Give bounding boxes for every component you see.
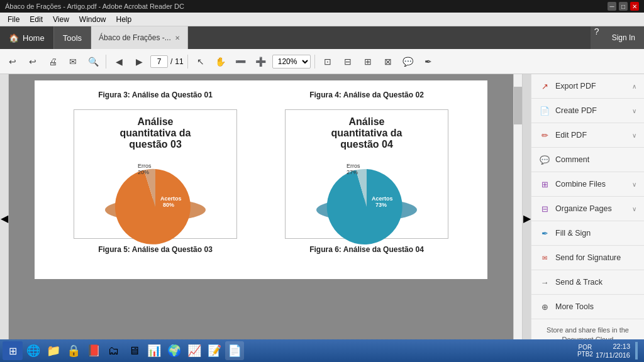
fit-width-button[interactable]: ⊟: [339, 53, 357, 70]
more-tools-item[interactable]: ⊕ More Tools: [531, 295, 644, 319]
export-pdf-item[interactable]: ↗ Export PDF ∧: [531, 74, 644, 98]
show-desktop-button[interactable]: [635, 342, 638, 359]
right-panel-toggle[interactable]: ▶: [522, 74, 531, 362]
left-panel-toggle[interactable]: ◀: [0, 74, 9, 362]
fill-sign-item[interactable]: ✒ Fill & Sign: [531, 221, 644, 245]
maximize-button[interactable]: □: [619, 2, 628, 11]
menu-file[interactable]: File: [3, 14, 25, 25]
prev-view-button[interactable]: ↩: [4, 53, 21, 70]
search-button[interactable]: 🔍: [84, 53, 102, 70]
page-total: 11: [175, 57, 183, 66]
title-bar: Ábaco de Frações - Artigo.pdf - Adobe Ac…: [0, 0, 644, 13]
home-label: Home: [23, 33, 45, 43]
taskbar-explorer[interactable]: 📁: [44, 341, 63, 360]
pdf-page: Figura 3: Análise da Questão 01 Figura 4…: [35, 80, 487, 279]
taskbar-app6[interactable]: 🖥: [125, 341, 143, 360]
scrollbar[interactable]: [513, 74, 522, 362]
hand-tool-button[interactable]: ✋: [212, 53, 230, 70]
taskbar-app4[interactable]: 📕: [84, 341, 103, 360]
rotate-button[interactable]: ⊞: [359, 53, 377, 70]
page-number-input[interactable]: [150, 55, 168, 68]
taskbar-ie[interactable]: 🌐: [24, 341, 43, 360]
svg-text:Erros: Erros: [347, 163, 360, 169]
comment-item[interactable]: 💬 Comment: [531, 148, 644, 172]
send-signature-label: Send for Signature: [555, 253, 636, 262]
document-tab[interactable]: Ábaco de Frações -... ✕: [91, 26, 188, 49]
fill-sign-section: ✒ Fill & Sign: [531, 221, 644, 246]
page-navigation: / 11: [150, 55, 184, 68]
help-icon[interactable]: ?: [591, 26, 603, 49]
more-tools-icon: ⊕: [539, 301, 550, 312]
fill-sign-icon: ✒: [539, 228, 550, 239]
home-nav[interactable]: 🏠 Home: [0, 26, 54, 49]
taskbar-lang: POR PTB2: [577, 344, 593, 358]
taskbar-app5[interactable]: 🗂: [104, 341, 123, 360]
scroll-thumb[interactable]: [514, 87, 523, 124]
create-pdf-section: 📄 Create PDF ∨: [531, 99, 644, 123]
figure-row: Análisequantitativa daquestão 03: [50, 109, 472, 239]
sign-in-button[interactable]: Sign In: [603, 26, 644, 49]
next-page-button[interactable]: ▶: [130, 53, 148, 70]
taskbar-app7[interactable]: 📊: [145, 341, 164, 360]
prev-page-button[interactable]: ◀: [110, 53, 128, 70]
combine-files-item[interactable]: ⊞ Combine Files ∨: [531, 172, 644, 196]
organize-pages-item[interactable]: ⊟ Organize Pages ∨: [531, 197, 644, 221]
fit-page-button[interactable]: ⊡: [319, 53, 336, 70]
send-track-label: Send & Track: [555, 278, 636, 287]
menu-view[interactable]: View: [48, 14, 74, 25]
select-tool-button[interactable]: ↖: [192, 53, 209, 70]
figure5-caption: Figura 5: Análise da Questão 03: [98, 245, 213, 254]
minimize-button[interactable]: ─: [608, 2, 616, 11]
zoom-select[interactable]: 120% 100% 75% 150%: [272, 55, 311, 69]
pie-chart-03: Erros 20% Acertos 80%: [92, 156, 218, 232]
menu-window[interactable]: Window: [74, 14, 111, 25]
taskbar-app9[interactable]: 📈: [185, 341, 204, 360]
fill-sign-label: Fill & Sign: [555, 229, 636, 238]
menu-help[interactable]: Help: [111, 14, 137, 25]
edit-pdf-item[interactable]: ✏ Edit PDF ∨: [531, 123, 644, 147]
email-button[interactable]: ✉: [64, 53, 82, 70]
combine-files-label: Combine Files: [555, 180, 627, 189]
clock: 22:13: [596, 342, 630, 351]
export-pdf-icon: ↗: [539, 80, 550, 92]
form-button[interactable]: ⊠: [379, 53, 397, 70]
create-pdf-item[interactable]: 📄 Create PDF ∨: [531, 99, 644, 123]
comment-toolbar-button[interactable]: 💬: [399, 53, 417, 70]
taskbar-app8[interactable]: 🌍: [165, 341, 184, 360]
close-button[interactable]: ✕: [630, 2, 639, 11]
send-track-item[interactable]: → Send & Track: [531, 270, 644, 294]
organize-pages-label: Organize Pages: [555, 204, 627, 213]
zoom-in-button[interactable]: ➕: [252, 53, 270, 70]
figure-box-04: Análisequantitativa daquestão 04 Erros 2…: [285, 109, 448, 239]
edit-pdf-icon: ✏: [539, 129, 550, 141]
taskbar-tray: POR PTB2 22:13 17/11/2016: [574, 342, 641, 360]
pdf-content[interactable]: Figura 3: Análise da Questão 01 Figura 4…: [9, 74, 513, 362]
tools-nav[interactable]: Tools: [54, 26, 91, 49]
zoom-out-button[interactable]: ➖: [232, 53, 250, 70]
organize-pages-section: ⊟ Organize Pages ∨: [531, 197, 644, 221]
taskbar-app3[interactable]: 🔒: [64, 341, 83, 360]
more-tools-section: ⊕ More Tools: [531, 295, 644, 319]
next-view-button[interactable]: ↩: [24, 53, 42, 70]
draw-button[interactable]: ✒: [419, 53, 437, 70]
send-signature-item[interactable]: ✉ Send for Signature: [531, 246, 644, 270]
svg-text:Acertos: Acertos: [372, 195, 393, 202]
taskbar-time: 22:13 17/11/2016: [596, 342, 630, 360]
toolbar: ↩ ↩ 🖨 ✉ 🔍 ◀ ▶ / 11 ↖ ✋ ➖ ➕ 120% 100% 75%…: [0, 49, 644, 74]
edit-pdf-label: Edit PDF: [555, 131, 627, 140]
taskbar-acrobat[interactable]: 📄: [225, 341, 244, 360]
create-pdf-chevron: ∨: [632, 107, 636, 114]
main-area: ◀ Figura 3: Análise da Questão 01 Figura…: [0, 74, 644, 362]
windows-icon: ⊞: [9, 345, 17, 357]
page-separator: /: [170, 57, 172, 66]
tab-label: Ábaco de Frações -...: [99, 33, 171, 42]
start-button[interactable]: ⊞: [3, 341, 23, 360]
tab-close-button[interactable]: ✕: [175, 35, 180, 41]
figure4-caption: Figura 4: Análise da Questão 02: [309, 90, 424, 99]
taskbar-word[interactable]: 📝: [205, 341, 224, 360]
print-button[interactable]: 🖨: [44, 53, 62, 70]
separator-3: [314, 55, 315, 69]
svg-text:20%: 20%: [138, 169, 149, 175]
menu-edit[interactable]: Edit: [25, 14, 48, 25]
sign-in-label: Sign In: [612, 33, 635, 42]
